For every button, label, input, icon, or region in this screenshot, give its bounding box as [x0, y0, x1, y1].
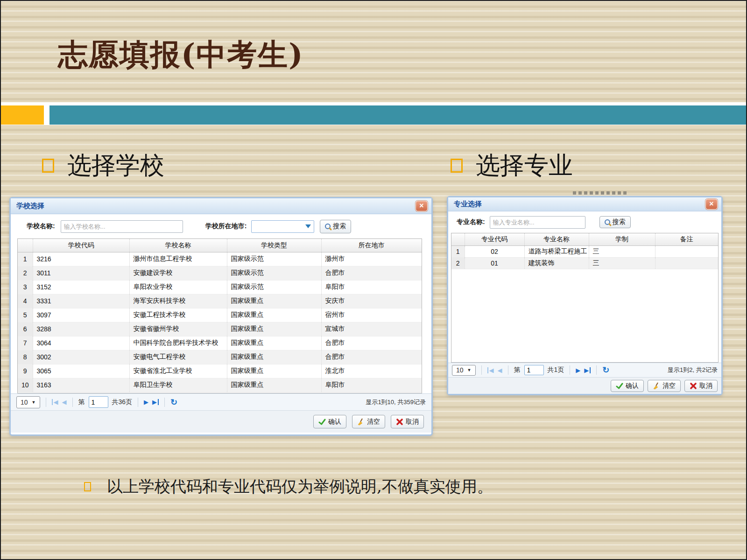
table-cell: 宣城市: [321, 322, 422, 336]
search-button[interactable]: 搜索: [599, 216, 631, 228]
page-total: 共1页: [548, 366, 564, 374]
cancel-button[interactable]: 取消: [391, 415, 424, 428]
table-cell: 合肥市: [321, 266, 422, 280]
table-row[interactable]: 23011安徽建设学校国家级示范合肥市: [18, 266, 422, 280]
cancel-button[interactable]: 取消: [684, 380, 718, 392]
page-size-select[interactable]: 10 ▼: [452, 365, 476, 376]
table-cell: 阜阳农业学校: [129, 280, 227, 294]
page-prefix: 第: [78, 398, 85, 406]
row-number: 10: [18, 378, 33, 392]
row-number: 4: [18, 294, 33, 308]
table-row[interactable]: 103163阜阳卫生学校国家级重点阜阳市: [18, 378, 422, 392]
table-cell: 安徽省徽州学校: [129, 322, 227, 336]
prev-page-icon[interactable]: ◀: [62, 399, 67, 405]
record-summary: 显示1到2, 共2记录: [668, 366, 718, 374]
table-cell: 国家级重点: [227, 294, 321, 308]
table-row[interactable]: 73064中国科学院合肥科学技术学校国家级重点合肥市: [18, 336, 422, 350]
dialog-titlebar: 专业选择 ×: [448, 197, 721, 211]
table-row[interactable]: 33152阜阳农业学校国家级示范阜阳市: [18, 280, 422, 294]
refresh-icon[interactable]: ↻: [602, 365, 609, 375]
row-number: 1: [451, 245, 465, 257]
table-cell: 02: [465, 245, 524, 257]
dialog-footer: 确认 清空 取消: [448, 377, 721, 394]
footnote-text: 以上学校代码和专业代码仅为举例说明,不做真实使用。: [107, 476, 493, 497]
dialog-title: 专业选择: [454, 200, 482, 209]
table-cell: 3065: [33, 364, 129, 378]
row-number: 6: [18, 322, 33, 336]
dropdown-caret-icon: ▼: [467, 368, 472, 372]
column-header: 专业代码: [465, 233, 524, 245]
refresh-icon[interactable]: ↻: [170, 397, 177, 407]
table-cell: 道路与桥梁工程施工: [524, 245, 589, 257]
bullet-square-icon: [42, 159, 54, 173]
table-cell: 安徽建设学校: [129, 266, 227, 280]
table-cell: 安庆市: [321, 294, 422, 308]
major-name-label: 专业名称:: [457, 218, 485, 226]
table-cell: 阜阳市: [321, 378, 422, 392]
divider: [138, 398, 138, 407]
last-page-icon[interactable]: ▶: [584, 367, 591, 373]
table-cell: 国家级重点: [227, 350, 321, 364]
accent-orange-bar: [1, 105, 44, 125]
table-cell: 国家级示范: [227, 280, 321, 294]
next-page-icon[interactable]: ▶: [144, 399, 148, 405]
table-cell: 三: [589, 257, 655, 269]
table-cell: 海军安庆科技学校: [129, 294, 227, 308]
school-table: 学校代码学校名称学校类型所在地市 13216滁州市信息工程学校国家级示范滁州市2…: [17, 238, 422, 393]
row-number-header: [18, 239, 33, 252]
record-summary: 显示1到10, 共359记录: [366, 398, 426, 406]
first-page-icon[interactable]: ◀: [52, 399, 58, 405]
table-cell: 3331: [33, 294, 129, 308]
page-size-select[interactable]: 10 ▼: [16, 396, 40, 408]
table-row[interactable]: 83002安徽电气工程学校国家级重点合肥市: [18, 350, 422, 364]
cancel-x-icon: [690, 382, 697, 390]
table-cell: 3288: [33, 322, 129, 336]
table-cell: [655, 257, 718, 269]
first-page-icon[interactable]: ◀: [487, 367, 494, 373]
confirm-button[interactable]: 确认: [313, 415, 346, 428]
table-row[interactable]: 53097安徽工程技术学校国家级重点宿州市: [18, 308, 422, 322]
table-row[interactable]: 43331海军安庆科技学校国家级重点安庆市: [18, 294, 422, 308]
table-cell: [655, 245, 718, 257]
search-button[interactable]: 搜索: [320, 220, 351, 233]
major-name-input[interactable]: [490, 216, 585, 229]
last-page-icon[interactable]: ▶: [152, 399, 159, 405]
clear-button[interactable]: 清空: [352, 415, 385, 428]
school-city-label: 学校所在地市:: [205, 222, 247, 231]
column-header: 学校代码: [33, 239, 129, 252]
table-row[interactable]: 13216滁州市信息工程学校国家级示范滁州市: [18, 252, 422, 266]
page-number-input[interactable]: [524, 365, 544, 375]
cancel-x-icon: [396, 418, 403, 426]
school-name-input[interactable]: [61, 220, 183, 233]
divider: [508, 365, 508, 375]
prev-page-icon[interactable]: ◀: [498, 367, 502, 373]
row-number: 1: [18, 252, 33, 266]
city-combobox[interactable]: [251, 220, 314, 233]
table-header-row: 学校代码学校名称学校类型所在地市: [18, 239, 422, 252]
pagination-bar: 10 ▼ ◀ ◀ 第 共36页 ▶ ▶ ↻ 显示1到10, 共359记录: [11, 393, 431, 410]
table-cell: 中国科学院合肥科学技术学校: [129, 336, 227, 350]
table-row[interactable]: 201建筑装饰三: [451, 257, 718, 269]
table-cell: 淮北市: [321, 364, 422, 378]
close-icon[interactable]: ×: [416, 201, 428, 211]
row-number-header: [451, 233, 465, 245]
chevron-down-icon: [305, 224, 311, 228]
page-number-input[interactable]: [89, 396, 108, 408]
table-cell: 建筑装饰: [524, 257, 589, 269]
table-cell: 3163: [33, 378, 129, 392]
dropdown-caret-icon: ▼: [32, 400, 36, 405]
dialog-footer: 确认 清空 取消: [11, 410, 431, 433]
clear-button[interactable]: 清空: [648, 380, 681, 392]
next-page-icon[interactable]: ▶: [576, 367, 580, 373]
table-cell: 3216: [33, 252, 129, 266]
table-row[interactable]: 93065安徽省淮北工业学校国家级重点淮北市: [18, 364, 422, 378]
table-row[interactable]: 102道路与桥梁工程施工三: [451, 245, 718, 257]
column-header: 学校类型: [227, 239, 321, 252]
bullet-square-icon: [451, 159, 463, 173]
column-header: 备注: [655, 233, 718, 245]
row-number: 2: [451, 257, 465, 269]
table-row[interactable]: 63288安徽省徽州学校国家级重点宣城市: [18, 322, 422, 336]
confirm-button[interactable]: 确认: [611, 380, 644, 392]
close-icon[interactable]: ×: [705, 199, 718, 210]
table-cell: 合肥市: [321, 350, 422, 364]
